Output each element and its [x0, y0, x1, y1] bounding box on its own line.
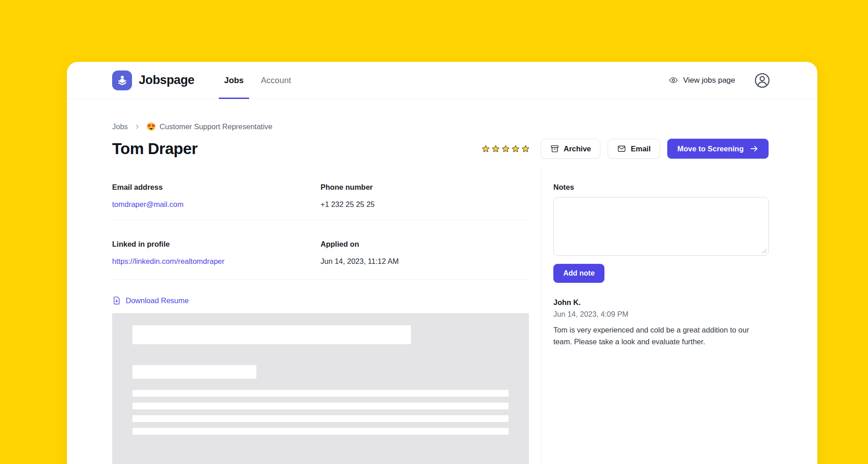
app-card: Jobspage Jobs Account View jobs page [67, 62, 817, 464]
notes-title: Notes [553, 183, 769, 192]
heart-eyes-emoji: 😍 [146, 123, 156, 131]
email-button[interactable]: Email [608, 139, 660, 159]
email-link[interactable]: tomdraper@mail.com [112, 200, 184, 208]
field-linkedin: Linked in profile https://linkedin.com/r… [112, 240, 321, 266]
note-timestamp: Jun 14, 2023, 4:09 PM [553, 310, 769, 319]
file-download-icon [112, 296, 121, 305]
resume-placeholder-line [132, 428, 509, 435]
envelope-icon [617, 144, 626, 153]
note-input[interactable] [553, 197, 769, 256]
star-icon [491, 145, 500, 153]
resume-placeholder-line [132, 390, 509, 397]
note-entry: John K. Jun 14, 2023, 4:09 PM Tom is ver… [553, 298, 769, 347]
eye-icon [669, 75, 678, 85]
breadcrumb: Jobs 😍 Customer Support Representative [112, 122, 769, 131]
star-icon [521, 145, 530, 153]
add-note-button[interactable]: Add note [553, 264, 604, 283]
field-applied-on-label: Applied on [321, 240, 529, 248]
app-header: Jobspage Jobs Account View jobs page [67, 62, 817, 99]
field-linkedin-label: Linked in profile [112, 240, 321, 248]
title-row: Tom Draper [112, 139, 769, 159]
archive-button[interactable]: Archive [541, 139, 601, 159]
page-head: Jobs 😍 Customer Support Representative T… [67, 99, 817, 159]
breadcrumb-current-label: Customer Support Representative [160, 122, 272, 131]
user-avatar-icon[interactable] [754, 72, 770, 89]
content-divider [541, 170, 542, 464]
resume-placeholder-line [132, 415, 509, 422]
breadcrumb-current: 😍 Customer Support Representative [146, 122, 273, 131]
move-to-screening-label: Move to Screening [677, 145, 744, 153]
candidate-name: Tom Draper [112, 139, 198, 159]
phone-value: +1 232 25 25 25 [321, 200, 529, 209]
star-icon [501, 145, 510, 153]
arrow-right-icon [750, 144, 759, 153]
linkedin-link[interactable]: https://linkedin.com/realtomdraper [112, 257, 225, 265]
archive-button-label: Archive [564, 145, 591, 153]
tab-jobs[interactable]: Jobs [219, 62, 249, 99]
resume-preview [112, 313, 529, 464]
field-phone-label: Phone number [321, 183, 529, 192]
chevron-right-icon [134, 123, 141, 130]
candidate-details: Email address tomdraper@mail.com Phone n… [112, 170, 529, 464]
main-nav: Jobs Account [219, 62, 297, 99]
tab-account-label: Account [261, 75, 291, 85]
email-button-label: Email [631, 145, 651, 153]
field-email-label: Email address [112, 183, 321, 192]
resume-placeholder-title [132, 325, 411, 344]
header-right: View jobs page [669, 72, 770, 89]
rating-stars[interactable] [481, 145, 530, 153]
jobspage-logo-icon [112, 70, 132, 90]
note-author: John K. [553, 298, 769, 307]
page-body: Email address tomdraper@mail.com Phone n… [67, 170, 817, 464]
view-jobs-page-link[interactable]: View jobs page [669, 75, 735, 85]
download-resume-link[interactable]: Download Resume [112, 296, 189, 305]
field-phone: Phone number +1 232 25 25 25 [321, 183, 529, 209]
move-to-screening-button[interactable]: Move to Screening [667, 139, 769, 159]
download-resume-label: Download Resume [126, 296, 189, 305]
star-icon [511, 145, 520, 153]
tab-account[interactable]: Account [255, 62, 297, 99]
tab-jobs-label: Jobs [224, 75, 244, 85]
view-jobs-page-label: View jobs page [683, 76, 735, 85]
applied-on-value: Jun 14, 2023, 11:12 AM [321, 257, 529, 266]
candidate-actions: Archive Email Move to Screening [481, 139, 769, 159]
field-email: Email address tomdraper@mail.com [112, 183, 321, 209]
notes-panel: Notes Add note John K. Jun 14, 2023, 4:0… [553, 170, 769, 464]
note-text: Tom is very experienced and cold be a gr… [553, 324, 769, 347]
brand-name: Jobspage [139, 73, 194, 87]
resume-placeholder-line [132, 403, 509, 409]
archive-icon [550, 144, 559, 153]
breadcrumb-jobs[interactable]: Jobs [112, 122, 128, 131]
resume-placeholder-subtitle [132, 365, 256, 379]
field-applied-on: Applied on Jun 14, 2023, 11:12 AM [321, 240, 529, 266]
star-icon [481, 145, 490, 153]
